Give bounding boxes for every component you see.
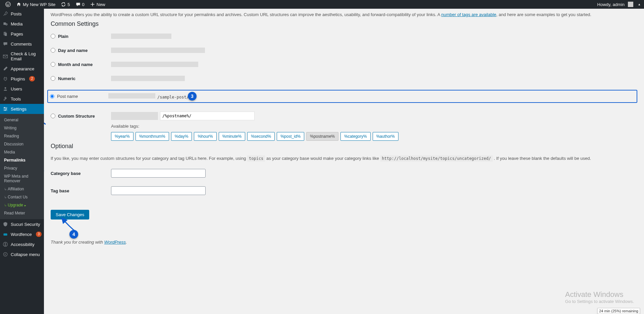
label-month: Month and name [58,62,93,67]
avatar [628,2,633,7]
submenu-affiliation[interactable]: ↳Affiliation [0,185,44,193]
tag-button[interactable]: %year% [111,132,133,141]
submenu-privacy[interactable]: Privacy [0,164,44,172]
tag-button[interactable]: %second% [247,132,275,141]
svg-rect-10 [3,234,7,236]
blurred-url [108,93,155,99]
option-plain-row: Plain [51,34,637,39]
label-numeric: Numeric [58,76,75,81]
submenu-read-meter[interactable]: Read Meter [0,209,44,217]
tag-button[interactable]: %post_id% [277,132,304,141]
tag-button[interactable]: %author% [373,132,398,141]
menu-users[interactable]: Users [0,84,44,94]
site-home[interactable]: My New WP Site [13,0,58,9]
radio-postname[interactable] [50,94,54,99]
site-name: My New WP Site [23,2,55,7]
tag-button[interactable]: %category% [340,132,370,141]
menu-appearance[interactable]: Appearance [0,64,44,74]
caret-right-icon: ▸ [24,204,26,207]
settings-submenu: General Writing Reading Discussion Media… [0,114,44,219]
submenu-general[interactable]: General [0,116,44,124]
blurred-url [111,76,185,81]
sliders-icon [3,106,8,112]
label-tag-base: Tag base [51,188,69,193]
collapse-menu[interactable]: Collapse menu [0,249,44,259]
radio-month[interactable] [51,62,55,67]
shield-icon [3,222,8,227]
save-changes-button[interactable]: Save Changes [51,210,89,219]
submenu-writing[interactable]: Writing [0,124,44,132]
tags-available-link[interactable]: number of tags are available [441,12,496,17]
menu-media[interactable]: Media [0,19,44,29]
submenu-arrow-icon: ↳ [4,195,7,199]
submenu-arrow-icon: ↳ [4,203,7,207]
footer-note: Thank you for creating with WordPress. [51,240,637,245]
comments-link[interactable]: 0 [73,0,87,9]
svg-point-6 [5,87,6,89]
menu-comments[interactable]: Comments [0,39,44,49]
submenu-contact-us[interactable]: ↳Contact Us [0,193,44,201]
submenu-wp-meta[interactable]: WP Meta and Remover [0,172,44,185]
wordfence-icon [3,232,8,237]
radio-plain[interactable] [51,34,55,39]
scroll-up-icon[interactable]: ▲ [637,3,641,6]
svg-point-7 [4,107,5,108]
option-custom-row: Custom Structure [51,112,637,120]
admin-bar: My New WP Site 5 0 New Howdy, admin ▲ [0,0,644,9]
tag-button[interactable]: %day% [171,132,192,141]
new-content[interactable]: New [87,0,108,9]
wrench-icon [3,96,8,102]
common-settings-heading: Common Settings [51,20,637,27]
submenu-permalinks[interactable]: Permalinks [0,156,44,164]
menu-pages[interactable]: Pages [0,29,44,39]
plugins-badge: 2 [29,76,35,81]
updates-link[interactable]: 5 [58,0,72,9]
wordpress-icon [5,2,11,7]
category-base-row: Category base [51,169,637,178]
postname-sample: /sample-post/ [155,94,191,101]
label-day: Day and name [58,48,88,53]
option-numeric-row: Numeric [51,76,637,81]
menu-check-log-email[interactable]: Check & Log Email [0,49,44,64]
howdy-account[interactable]: Howdy, admin [595,0,636,9]
custom-structure-input[interactable] [160,112,255,120]
svg-point-8 [6,108,7,109]
menu-posts[interactable]: Posts [0,9,44,19]
radio-day[interactable] [51,48,55,53]
submenu-discussion[interactable]: Discussion [0,140,44,148]
annotation-bubble-4: 4 [69,230,78,239]
tag-button[interactable]: %minute% [219,132,245,141]
optional-description: If you like, you may enter custom struct… [51,156,637,161]
accessibility-icon [3,242,8,247]
submenu-media[interactable]: Media [0,148,44,156]
tag-base-input[interactable] [111,186,206,195]
menu-sucuri[interactable]: Sucuri Security [0,219,44,229]
submenu-reading[interactable]: Reading [0,132,44,140]
label-postname: Post name [57,94,78,99]
blurred-url [111,48,205,53]
comments-icon [3,41,8,47]
label-category-base: Category base [51,171,81,176]
radio-numeric[interactable] [51,76,55,81]
tag-button[interactable]: %postname% [306,132,338,141]
label-plain: Plain [58,34,68,39]
collapse-icon [3,252,8,257]
menu-accessibility[interactable]: Accessibility [0,239,44,249]
radio-custom[interactable] [51,114,55,118]
submenu-arrow-icon: ↳ [4,187,7,191]
wordpress-link[interactable]: WordPress [104,240,126,245]
new-label: New [97,2,105,7]
tag-button[interactable]: %monthnum% [136,132,169,141]
svg-rect-4 [5,33,7,36]
option-day-row: Day and name [51,48,637,53]
wp-logo[interactable] [3,0,13,9]
tag-button[interactable]: %hour% [194,132,216,141]
menu-plugins[interactable]: Plugins2 [0,74,44,84]
tag-buttons-row: %year%%monthnum%%day%%hour%%minute%%seco… [111,132,637,141]
submenu-upgrade[interactable]: ↳Upgrade▸ [0,201,44,209]
category-base-input[interactable] [111,169,206,178]
comments-count: 0 [82,2,85,7]
menu-tools[interactable]: Tools [0,94,44,104]
menu-wordfence[interactable]: Wordfence3 [0,229,44,239]
menu-settings[interactable]: Settings [0,104,44,114]
